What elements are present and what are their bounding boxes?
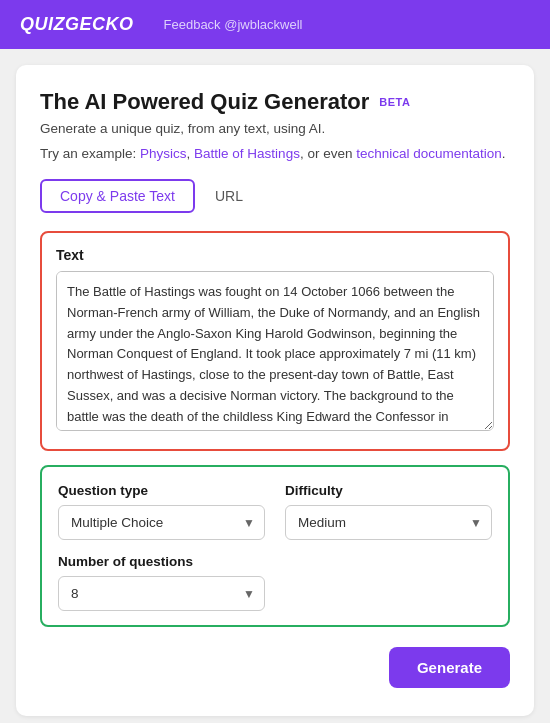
options-row-top: Question type Multiple Choice True/False… bbox=[58, 483, 492, 540]
app-logo: QUIZGECKO bbox=[20, 14, 134, 35]
num-questions-row: Number of questions 5 8 10 15 20 ▼ bbox=[58, 554, 492, 611]
feedback-link[interactable]: Feedback @jwblackwell bbox=[164, 17, 303, 32]
text-section: Text bbox=[40, 231, 510, 451]
tabs-container: Copy & Paste Text URL bbox=[40, 179, 510, 213]
text-section-label: Text bbox=[56, 247, 494, 263]
example-link-hastings[interactable]: Battle of Hastings bbox=[194, 146, 300, 161]
page-title-container: The AI Powered Quiz Generator BETA bbox=[40, 89, 510, 115]
options-section: Question type Multiple Choice True/False… bbox=[40, 465, 510, 627]
example-link-technical[interactable]: technical documentation bbox=[356, 146, 502, 161]
subtitle-text: Generate a unique quiz, from any text, u… bbox=[40, 121, 510, 136]
tab-copy-paste[interactable]: Copy & Paste Text bbox=[40, 179, 195, 213]
main-card: The AI Powered Quiz Generator BETA Gener… bbox=[16, 65, 534, 716]
difficulty-label: Difficulty bbox=[285, 483, 492, 498]
question-type-wrapper: Multiple Choice True/False Short Answer … bbox=[58, 505, 265, 540]
num-questions-select[interactable]: 5 8 10 15 20 bbox=[58, 576, 265, 611]
generate-button[interactable]: Generate bbox=[389, 647, 510, 688]
tab-url[interactable]: URL bbox=[195, 179, 263, 213]
beta-badge: BETA bbox=[379, 96, 410, 108]
difficulty-wrapper: Easy Medium Hard ▼ bbox=[285, 505, 492, 540]
text-input[interactable] bbox=[56, 271, 494, 431]
example-link-physics[interactable]: Physics bbox=[140, 146, 187, 161]
example-text: Try an example: Physics, Battle of Hasti… bbox=[40, 146, 510, 161]
num-questions-label: Number of questions bbox=[58, 554, 265, 569]
question-type-label: Question type bbox=[58, 483, 265, 498]
question-type-select[interactable]: Multiple Choice True/False Short Answer … bbox=[58, 505, 265, 540]
question-type-group: Question type Multiple Choice True/False… bbox=[58, 483, 265, 540]
generate-row: Generate bbox=[40, 647, 510, 688]
difficulty-group: Difficulty Easy Medium Hard ▼ bbox=[285, 483, 492, 540]
difficulty-select[interactable]: Easy Medium Hard bbox=[285, 505, 492, 540]
page-title-text: The AI Powered Quiz Generator bbox=[40, 89, 369, 115]
num-questions-group: Number of questions 5 8 10 15 20 ▼ bbox=[58, 554, 265, 611]
num-questions-wrapper: 5 8 10 15 20 ▼ bbox=[58, 576, 265, 611]
app-header: QUIZGECKO Feedback @jwblackwell bbox=[0, 0, 550, 49]
